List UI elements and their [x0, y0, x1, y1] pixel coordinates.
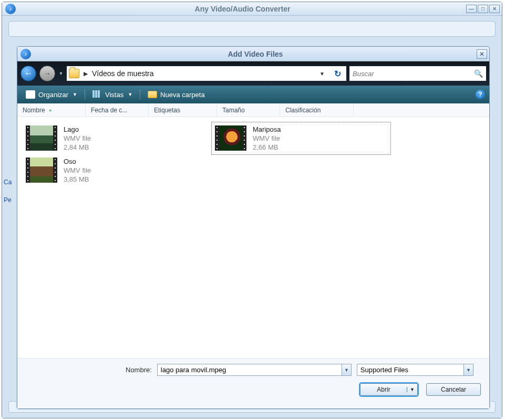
chevron-down-icon[interactable]: ▼: [342, 364, 351, 375]
forward-button[interactable]: →: [39, 66, 55, 81]
file-type: WMV file: [64, 134, 91, 142]
chevron-down-icon[interactable]: ▼: [463, 364, 473, 375]
column-nombre[interactable]: Nombre: [17, 103, 86, 117]
filter-value: Supported Files: [357, 366, 463, 374]
new-folder-label: Nueva carpeta: [160, 91, 205, 99]
cancel-button-label: Cancelar: [441, 386, 466, 393]
column-tamano[interactable]: Tamaño: [217, 103, 280, 117]
behind-text: Ca Pe: [4, 178, 12, 204]
organize-icon: [26, 90, 35, 99]
close-button[interactable]: ✕: [489, 5, 500, 13]
file-item-lago[interactable]: Lago WMV file 2,84 MB: [23, 122, 201, 154]
dialog-footer: Nombre: ▼ Supported Files ▼ Abrir ▼: [17, 358, 489, 408]
file-size: 2,84 MB: [64, 143, 91, 151]
nav-history-dropdown[interactable]: ▼: [58, 66, 64, 81]
dialog-close-button[interactable]: ✕: [477, 49, 487, 59]
back-button[interactable]: ←: [20, 66, 36, 81]
app-body: Ca Pe ♪ Add Video Files ✕ ← → ▼ ▶ Vídeos…: [2, 16, 502, 418]
column-etiquetas[interactable]: Etiquetas: [149, 103, 217, 117]
dialog-title: Add Video Files: [34, 50, 477, 58]
app-toolbar-stub: [8, 21, 496, 37]
file-name: Oso: [64, 158, 91, 165]
file-type: WMV file: [253, 134, 281, 142]
toolbar: Organizar ▼ Vistas ▼ Nueva carpeta ?: [17, 86, 489, 103]
refresh-icon[interactable]: ↻: [331, 69, 344, 79]
views-button[interactable]: Vistas ▼: [88, 88, 137, 101]
toolbar-separator: [140, 89, 140, 100]
dialog-titlebar[interactable]: ♪ Add Video Files ✕: [17, 47, 489, 61]
search-input[interactable]: [353, 70, 474, 78]
views-label: Vistas: [105, 91, 123, 99]
new-folder-icon: [148, 91, 157, 98]
toolbar-separator: [85, 89, 85, 100]
address-path[interactable]: Vídeos de muestra: [92, 69, 313, 78]
help-button[interactable]: ?: [476, 90, 485, 99]
organize-label: Organizar: [38, 91, 68, 99]
filename-label: Nombre:: [126, 366, 152, 374]
cancel-button[interactable]: Cancelar: [426, 383, 481, 396]
folder-icon: [69, 69, 79, 78]
add-video-files-dialog: ♪ Add Video Files ✕ ← → ▼ ▶ Vídeos de mu…: [17, 46, 490, 409]
breadcrumb-separator-icon: ▶: [84, 70, 88, 77]
open-button-split[interactable]: ▼: [407, 387, 417, 392]
new-folder-button[interactable]: Nueva carpeta: [143, 89, 209, 101]
app-titlebar[interactable]: ♪ Any Video/Audio Converter — □ ✕: [2, 2, 502, 16]
app-icon: ♪: [5, 4, 16, 14]
address-dropdown-icon[interactable]: ▼: [317, 71, 327, 77]
column-clasificacion[interactable]: Clasificación: [280, 103, 354, 117]
file-size: 2,66 MB: [253, 143, 281, 151]
filetype-filter-combo[interactable]: Supported Files ▼: [357, 364, 473, 376]
dialog-icon: ♪: [20, 49, 31, 59]
minimize-button[interactable]: —: [466, 5, 477, 13]
app-window: ♪ Any Video/Audio Converter — □ ✕ Ca Pe …: [2, 2, 502, 418]
column-headers: Nombre Fecha de c... Etiquetas Tamaño Cl…: [17, 103, 489, 117]
navbar: ← → ▼ ▶ Vídeos de muestra ▼ ↻ 🔍: [17, 61, 489, 86]
file-type: WMV file: [64, 166, 91, 174]
open-button[interactable]: Abrir ▼: [360, 383, 418, 396]
file-item-oso[interactable]: Oso WMV file 3,85 MB: [23, 154, 201, 186]
filename-combo[interactable]: ▼: [157, 364, 352, 376]
video-thumbnail-icon: [26, 125, 57, 151]
app-title: Any Video/Audio Converter: [19, 5, 466, 13]
video-thumbnail-icon: [215, 125, 246, 151]
chevron-down-icon: ▼: [73, 92, 77, 97]
views-icon: [92, 90, 102, 99]
search-icon[interactable]: 🔍: [474, 69, 483, 78]
maximize-button[interactable]: □: [478, 5, 488, 13]
video-thumbnail-icon: [26, 158, 57, 183]
file-list[interactable]: Lago WMV file 2,84 MB Mariposa WMV file …: [17, 117, 489, 358]
column-fecha[interactable]: Fecha de c...: [86, 103, 149, 117]
file-size: 3,85 MB: [64, 175, 91, 183]
address-bar[interactable]: ▶ Vídeos de muestra ▼ ↻: [67, 66, 346, 81]
search-box[interactable]: 🔍: [349, 66, 486, 81]
filename-input[interactable]: [158, 366, 342, 374]
organize-button[interactable]: Organizar ▼: [22, 88, 81, 101]
file-item-mariposa[interactable]: Mariposa WMV file 2,66 MB: [212, 122, 390, 154]
chevron-down-icon: ▼: [128, 92, 132, 97]
file-name: Lago: [64, 125, 91, 133]
open-button-label: Abrir: [360, 386, 407, 393]
file-name: Mariposa: [253, 125, 281, 133]
